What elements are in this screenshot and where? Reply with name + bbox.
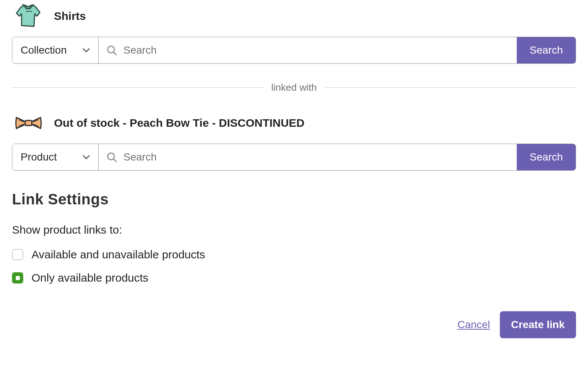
show-products-label: Show product links to: — [12, 224, 576, 236]
target-dropdown-label: Product — [21, 151, 57, 163]
source-type-dropdown[interactable]: Collection — [12, 37, 99, 63]
chevron-down-icon — [82, 154, 90, 160]
cancel-button[interactable]: Cancel — [458, 319, 490, 331]
source-search-input[interactable] — [123, 44, 509, 56]
target-search-button[interactable]: Search — [517, 144, 576, 170]
radio-checked-icon — [12, 272, 23, 284]
source-search-input-wrap — [99, 37, 517, 63]
linked-with-divider: linked with — [12, 82, 576, 93]
option-available-only-label: Only available products — [32, 272, 148, 284]
link-settings-heading: Link Settings — [12, 191, 576, 208]
svg-line-1 — [114, 52, 116, 55]
source-item-row: Shirts — [12, 0, 576, 37]
bowtie-icon — [14, 110, 44, 136]
shirt-icon — [14, 3, 44, 29]
source-title: Shirts — [54, 10, 86, 22]
divider-line-left — [12, 87, 264, 88]
create-link-button[interactable]: Create link — [500, 311, 576, 338]
target-search-bar: Product Search — [12, 144, 576, 171]
search-icon — [106, 45, 117, 56]
divider-text: linked with — [271, 82, 316, 93]
target-search-input-wrap — [99, 144, 517, 170]
target-title: Out of stock - Peach Bow Tie - DISCONTIN… — [54, 117, 304, 129]
source-search-button[interactable]: Search — [517, 37, 576, 63]
divider-line-right — [324, 87, 576, 88]
option-all-products-label: Available and unavailable products — [32, 248, 205, 261]
target-type-dropdown[interactable]: Product — [12, 144, 99, 170]
svg-rect-2 — [25, 120, 32, 126]
source-search-bar: Collection Search — [12, 37, 576, 64]
option-all-products[interactable]: Available and unavailable products — [12, 248, 576, 261]
chevron-down-icon — [82, 48, 90, 53]
source-dropdown-label: Collection — [21, 44, 67, 56]
svg-line-8 — [114, 159, 116, 162]
footer-actions: Cancel Create link — [12, 311, 576, 338]
target-search-input[interactable] — [123, 151, 509, 163]
target-item-row: Out of stock - Peach Bow Tie - DISCONTIN… — [12, 107, 576, 144]
radio-unchecked-icon — [12, 249, 23, 260]
option-available-only[interactable]: Only available products — [12, 272, 576, 284]
search-icon — [106, 152, 117, 163]
radio-dot — [16, 276, 20, 280]
